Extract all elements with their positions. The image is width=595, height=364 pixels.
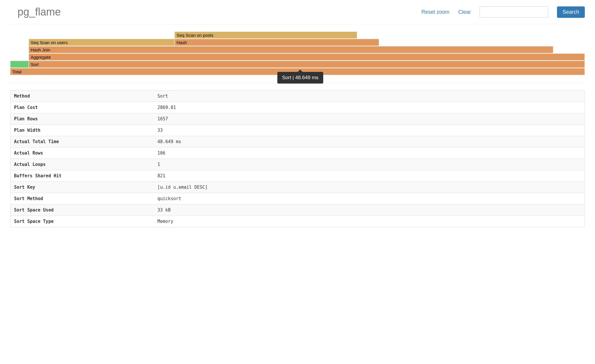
detail-value: 1657 bbox=[154, 113, 585, 125]
detail-key: Method bbox=[11, 91, 154, 102]
flame-bar[interactable]: Hash bbox=[174, 39, 379, 46]
flame-bar[interactable] bbox=[10, 61, 29, 68]
detail-key: Buffers Shared Hit bbox=[11, 170, 154, 182]
detail-key: Plan Cost bbox=[11, 102, 154, 113]
detail-key: Sort Method bbox=[11, 193, 154, 204]
table-row: Sort Key[u.id u.email DESC] bbox=[11, 182, 585, 193]
detail-key: Plan Width bbox=[11, 125, 154, 136]
detail-value: quicksort bbox=[154, 193, 585, 204]
search-button[interactable]: Search bbox=[557, 6, 585, 18]
flame-row: Aggregate bbox=[10, 53, 585, 61]
table-row: Sort Methodquicksort bbox=[11, 193, 585, 204]
flame-bar[interactable]: Seq Scan on users bbox=[29, 39, 174, 46]
table-row: Plan Rows1657 bbox=[11, 113, 585, 125]
header: pg_flame Reset zoom Clear Search bbox=[10, 6, 585, 24]
table-row: Sort Space TypeMemory bbox=[11, 216, 585, 227]
table-row: Sort Space Used33 kB bbox=[11, 204, 585, 216]
detail-value: Sort bbox=[154, 91, 585, 102]
detail-key: Sort Space Used bbox=[11, 204, 154, 216]
detail-value: 1 bbox=[154, 159, 585, 170]
detail-value: Memory bbox=[154, 216, 585, 227]
page-title: pg_flame bbox=[10, 6, 61, 18]
detail-value: 106 bbox=[154, 148, 585, 159]
detail-key: Actual Loops bbox=[11, 159, 154, 170]
table-row: Plan Width33 bbox=[11, 125, 585, 136]
flamegraph: Seq Scan on postsSeq Scan on usersHashHa… bbox=[10, 32, 585, 75]
detail-value: 2869.01 bbox=[154, 102, 585, 113]
detail-key: Sort Space Type bbox=[11, 216, 154, 227]
detail-key: Plan Rows bbox=[11, 113, 154, 125]
detail-key: Sort Key bbox=[11, 182, 154, 193]
detail-value: 33 bbox=[154, 125, 585, 136]
detail-value: 821 bbox=[154, 170, 585, 182]
reset-zoom-link[interactable]: Reset zoom bbox=[421, 9, 449, 15]
search-input[interactable] bbox=[480, 6, 548, 18]
flame-bar[interactable]: Aggregate bbox=[29, 53, 585, 60]
flame-row: Seq Scan on posts bbox=[10, 32, 585, 39]
table-row: Buffers Shared Hit821 bbox=[11, 170, 585, 182]
detail-value: 33 kB bbox=[154, 204, 585, 216]
flame-row: Seq Scan on usersHash bbox=[10, 39, 585, 46]
table-row: Plan Cost2869.01 bbox=[11, 102, 585, 113]
table-row: Actual Rows106 bbox=[11, 148, 585, 159]
detail-key: Actual Total Time bbox=[11, 136, 154, 148]
flame-bar[interactable]: Seq Scan on posts bbox=[174, 32, 357, 39]
detail-value: [u.id u.email DESC] bbox=[154, 182, 585, 193]
detail-key: Actual Rows bbox=[11, 148, 154, 159]
tooltip: Sort | 48.649 ms bbox=[277, 72, 323, 84]
flame-bar[interactable]: Sort bbox=[29, 61, 585, 68]
flame-row: Sort bbox=[10, 61, 585, 68]
tooltip-text: Sort | 48.649 ms bbox=[282, 75, 318, 80]
header-controls: Reset zoom Clear Search bbox=[421, 6, 585, 18]
flame-bar[interactable]: Hash Join bbox=[29, 46, 553, 53]
flame-row: Hash Join bbox=[10, 46, 585, 53]
details-table: MethodSortPlan Cost2869.01Plan Rows1657P… bbox=[10, 90, 585, 227]
table-row: Actual Total Time48.649 ms bbox=[11, 136, 585, 148]
flamegraph-container: Seq Scan on postsSeq Scan on usersHashHa… bbox=[10, 32, 585, 83]
table-row: MethodSort bbox=[11, 91, 585, 102]
table-row: Actual Loops1 bbox=[11, 159, 585, 170]
clear-link[interactable]: Clear bbox=[458, 9, 471, 15]
detail-value: 48.649 ms bbox=[154, 136, 585, 148]
